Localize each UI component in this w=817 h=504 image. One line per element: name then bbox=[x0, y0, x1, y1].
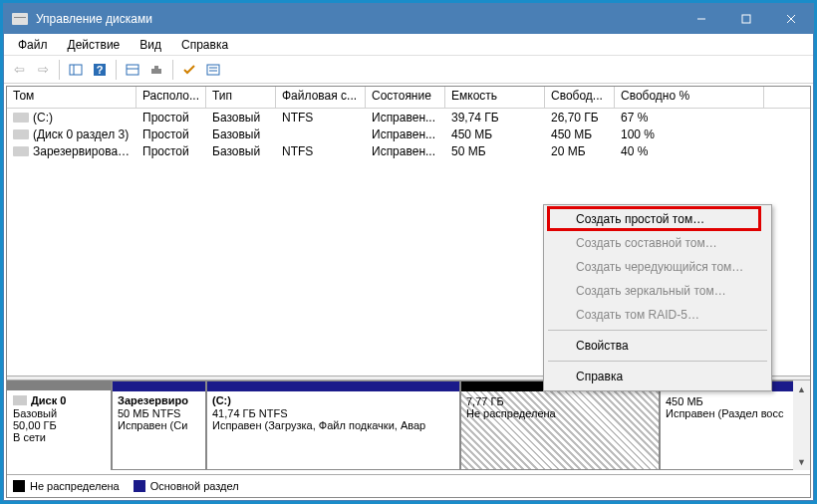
volume-icon bbox=[13, 129, 29, 139]
maximize-button[interactable] bbox=[723, 4, 768, 34]
menu-create-spanned-volume[interactable]: Создать составной том… bbox=[546, 231, 769, 255]
menu-separator bbox=[548, 361, 767, 362]
menu-view[interactable]: Вид bbox=[130, 36, 171, 54]
context-menu: Создать простой том… Создать составной т… bbox=[543, 204, 772, 391]
menu-create-mirrored-volume[interactable]: Создать зеркальный том… bbox=[546, 279, 769, 303]
partition-reserved[interactable]: Зарезервиро50 МБ NTFSИсправен (Си bbox=[112, 380, 206, 470]
window-title: Управление дисками bbox=[36, 12, 679, 26]
back-button[interactable]: ⇦ bbox=[8, 59, 30, 81]
scroll-down-icon[interactable]: ▼ bbox=[793, 453, 810, 470]
legend: Не распределена Основной раздел bbox=[7, 475, 810, 497]
checkmark-icon[interactable] bbox=[178, 59, 200, 81]
menu-properties[interactable]: Свойства bbox=[546, 334, 769, 358]
app-icon bbox=[12, 13, 28, 25]
partition-unallocated[interactable]: 7,77 ГБНе распределена bbox=[460, 380, 660, 470]
graphical-pane: Диск 0 Базовый 50,00 ГБ В сети Зарезерви… bbox=[7, 380, 810, 475]
scroll-up-icon[interactable]: ▲ bbox=[793, 380, 810, 397]
partition-c[interactable]: (C:)41,74 ГБ NTFSИсправен (Загрузка, Фай… bbox=[206, 380, 460, 470]
svg-rect-11 bbox=[154, 66, 158, 69]
menu-create-simple-volume[interactable]: Создать простой том… bbox=[546, 207, 769, 231]
table-row[interactable]: Зарезервировано... Простой Базовый NTFS … bbox=[7, 142, 810, 159]
volume-icon bbox=[13, 146, 29, 156]
menu-action[interactable]: Действие bbox=[58, 36, 131, 54]
settings-icon[interactable] bbox=[145, 59, 167, 81]
disk-icon bbox=[13, 395, 27, 405]
toolbar: ⇦ ⇨ ? bbox=[4, 56, 813, 84]
col-capacity[interactable]: Емкость bbox=[445, 87, 545, 108]
list-icon[interactable] bbox=[202, 59, 224, 81]
show-hide-tree-button[interactable] bbox=[65, 59, 87, 81]
partitions: Зарезервиро50 МБ NTFSИсправен (Си (C:)41… bbox=[112, 380, 810, 470]
col-layout[interactable]: Располо... bbox=[136, 87, 206, 108]
col-type[interactable]: Тип bbox=[206, 87, 276, 108]
svg-rect-12 bbox=[207, 65, 219, 75]
menu-separator bbox=[548, 330, 767, 331]
table-row[interactable]: (C:) Простой Базовый NTFS Исправен... 39… bbox=[7, 109, 810, 126]
forward-button[interactable]: ⇨ bbox=[32, 59, 54, 81]
menu-help[interactable]: Справка bbox=[171, 36, 238, 54]
menu-file[interactable]: Файл bbox=[8, 36, 58, 54]
col-free[interactable]: Свобод... bbox=[545, 87, 615, 108]
partition-recovery[interactable]: 450 МБИсправен (Раздел восс bbox=[660, 380, 794, 470]
svg-text:?: ? bbox=[97, 64, 104, 76]
minimize-button[interactable] bbox=[679, 4, 723, 34]
svg-rect-4 bbox=[70, 65, 82, 75]
col-volume[interactable]: Том bbox=[7, 87, 136, 108]
vertical-scrollbar[interactable]: ▲ ▼ bbox=[793, 380, 810, 470]
table-row[interactable]: (Диск 0 раздел 3) Простой Базовый Исправ… bbox=[7, 126, 810, 142]
menu-create-raid5-volume[interactable]: Создать том RAID-5… bbox=[546, 303, 769, 327]
disk-row: Диск 0 Базовый 50,00 ГБ В сети Зарезерви… bbox=[7, 380, 810, 470]
svg-rect-10 bbox=[151, 69, 161, 74]
col-filesystem[interactable]: Файловая с... bbox=[276, 87, 366, 108]
titlebar[interactable]: Управление дисками bbox=[4, 4, 813, 34]
svg-rect-1 bbox=[742, 15, 750, 23]
column-headers: Том Располо... Тип Файловая с... Состоян… bbox=[7, 87, 810, 109]
help-icon[interactable]: ? bbox=[89, 59, 111, 81]
legend-unalloc-swatch bbox=[13, 480, 25, 492]
menubar: Файл Действие Вид Справка bbox=[4, 34, 813, 56]
col-freepct[interactable]: Свободно % bbox=[615, 87, 764, 108]
volume-icon bbox=[13, 113, 29, 123]
menu-create-striped-volume[interactable]: Создать чередующийся том… bbox=[546, 255, 769, 279]
legend-primary-swatch bbox=[134, 480, 145, 492]
disk-info[interactable]: Диск 0 Базовый 50,00 ГБ В сети bbox=[7, 380, 112, 470]
svg-rect-8 bbox=[127, 65, 138, 75]
close-button[interactable] bbox=[768, 4, 813, 34]
menu-help[interactable]: Справка bbox=[546, 365, 769, 388]
view-top-button[interactable] bbox=[122, 59, 143, 81]
col-status[interactable]: Состояние bbox=[366, 87, 445, 108]
